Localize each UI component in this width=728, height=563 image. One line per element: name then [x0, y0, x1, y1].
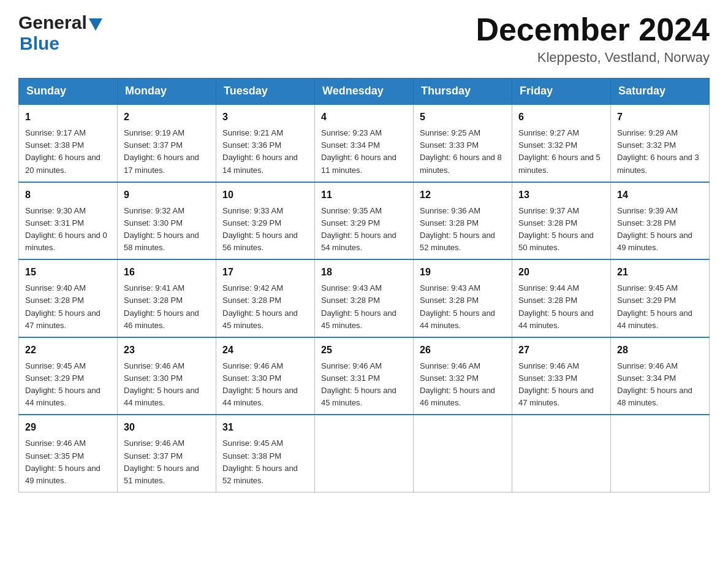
table-row: 6 Sunrise: 9:27 AMSunset: 3:32 PMDayligh…: [512, 104, 611, 182]
title-block: December 2024 Kleppesto, Vestland, Norwa…: [476, 12, 710, 66]
table-row: 8 Sunrise: 9:30 AMSunset: 3:31 PMDayligh…: [19, 182, 118, 260]
table-row: 25 Sunrise: 9:46 AMSunset: 3:31 PMDaylig…: [315, 337, 414, 415]
table-row: 14 Sunrise: 9:39 AMSunset: 3:28 PMDaylig…: [611, 182, 710, 260]
weekday-header-row: Sunday Monday Tuesday Wednesday Thursday…: [19, 79, 710, 105]
table-row: 23 Sunrise: 9:46 AMSunset: 3:30 PMDaylig…: [118, 337, 216, 415]
table-row: 10 Sunrise: 9:33 AMSunset: 3:29 PMDaylig…: [216, 182, 315, 260]
day-info: Sunrise: 9:29 AMSunset: 3:32 PMDaylight:…: [617, 128, 699, 174]
day-info: Sunrise: 9:46 AMSunset: 3:31 PMDaylight:…: [321, 361, 396, 407]
week-row-1: 1 Sunrise: 9:17 AMSunset: 3:38 PMDayligh…: [19, 104, 710, 182]
day-number: 2: [124, 110, 210, 124]
day-number: 9: [124, 188, 210, 202]
day-number: 31: [222, 420, 308, 435]
page-header: General Blue December 2024 Kleppesto, Ve…: [18, 12, 710, 66]
logo-triangle-icon: [89, 18, 102, 31]
day-info: Sunrise: 9:43 AMSunset: 3:28 PMDaylight:…: [321, 283, 396, 329]
header-thursday: Thursday: [414, 79, 512, 105]
day-number: 30: [124, 420, 210, 435]
day-number: 16: [124, 265, 210, 280]
day-number: 26: [420, 343, 506, 358]
day-info: Sunrise: 9:46 AMSunset: 3:35 PMDaylight:…: [25, 439, 100, 484]
day-info: Sunrise: 9:35 AMSunset: 3:29 PMDaylight:…: [321, 206, 396, 252]
day-number: 6: [518, 110, 604, 124]
table-row: 5 Sunrise: 9:25 AMSunset: 3:33 PMDayligh…: [414, 104, 512, 182]
day-info: Sunrise: 9:25 AMSunset: 3:33 PMDaylight:…: [420, 128, 502, 174]
day-info: Sunrise: 9:19 AMSunset: 3:37 PMDaylight:…: [124, 128, 199, 174]
header-wednesday: Wednesday: [315, 79, 414, 105]
table-row: 29 Sunrise: 9:46 AMSunset: 3:35 PMDaylig…: [19, 415, 118, 492]
day-number: 13: [518, 188, 604, 202]
day-info: Sunrise: 9:46 AMSunset: 3:30 PMDaylight:…: [222, 361, 298, 407]
day-number: 15: [25, 265, 111, 280]
day-info: Sunrise: 9:46 AMSunset: 3:37 PMDaylight:…: [124, 439, 199, 484]
calendar-table: Sunday Monday Tuesday Wednesday Thursday…: [18, 78, 710, 492]
day-number: 23: [124, 343, 210, 358]
header-saturday: Saturday: [611, 79, 710, 105]
day-number: 5: [420, 110, 506, 124]
day-info: Sunrise: 9:23 AMSunset: 3:34 PMDaylight:…: [321, 128, 396, 174]
table-row: 1 Sunrise: 9:17 AMSunset: 3:38 PMDayligh…: [19, 104, 118, 182]
day-info: Sunrise: 9:37 AMSunset: 3:28 PMDaylight:…: [518, 206, 594, 252]
table-row: 19 Sunrise: 9:43 AMSunset: 3:28 PMDaylig…: [414, 259, 512, 337]
table-row: 31 Sunrise: 9:45 AMSunset: 3:38 PMDaylig…: [216, 415, 315, 492]
table-row: 9 Sunrise: 9:32 AMSunset: 3:30 PMDayligh…: [118, 182, 216, 260]
table-row: [315, 415, 414, 492]
day-number: 1: [25, 110, 111, 124]
table-row: 24 Sunrise: 9:46 AMSunset: 3:30 PMDaylig…: [216, 337, 315, 415]
table-row: 28 Sunrise: 9:46 AMSunset: 3:34 PMDaylig…: [611, 337, 710, 415]
day-number: 25: [321, 343, 407, 358]
day-number: 29: [25, 420, 111, 435]
table-row: 4 Sunrise: 9:23 AMSunset: 3:34 PMDayligh…: [315, 104, 414, 182]
table-row: [611, 415, 710, 492]
day-info: Sunrise: 9:39 AMSunset: 3:28 PMDaylight:…: [617, 206, 692, 252]
table-row: 26 Sunrise: 9:46 AMSunset: 3:32 PMDaylig…: [414, 337, 512, 415]
table-row: 15 Sunrise: 9:40 AMSunset: 3:28 PMDaylig…: [19, 259, 118, 337]
day-number: 12: [420, 188, 506, 202]
week-row-5: 29 Sunrise: 9:46 AMSunset: 3:35 PMDaylig…: [19, 415, 710, 492]
day-info: Sunrise: 9:21 AMSunset: 3:36 PMDaylight:…: [222, 128, 298, 174]
day-info: Sunrise: 9:41 AMSunset: 3:28 PMDaylight:…: [124, 283, 199, 329]
table-row: 20 Sunrise: 9:44 AMSunset: 3:28 PMDaylig…: [512, 259, 611, 337]
week-row-3: 15 Sunrise: 9:40 AMSunset: 3:28 PMDaylig…: [19, 259, 710, 337]
day-info: Sunrise: 9:46 AMSunset: 3:33 PMDaylight:…: [518, 361, 594, 407]
day-number: 8: [25, 188, 111, 202]
svg-marker-0: [89, 18, 102, 31]
day-number: 20: [518, 265, 604, 280]
day-info: Sunrise: 9:45 AMSunset: 3:29 PMDaylight:…: [617, 283, 692, 329]
day-number: 18: [321, 265, 407, 280]
day-info: Sunrise: 9:46 AMSunset: 3:30 PMDaylight:…: [124, 361, 199, 407]
header-monday: Monday: [118, 79, 216, 105]
table-row: 18 Sunrise: 9:43 AMSunset: 3:28 PMDaylig…: [315, 259, 414, 337]
header-tuesday: Tuesday: [216, 79, 315, 105]
day-info: Sunrise: 9:36 AMSunset: 3:28 PMDaylight:…: [420, 206, 495, 252]
week-row-4: 22 Sunrise: 9:45 AMSunset: 3:29 PMDaylig…: [19, 337, 710, 415]
day-info: Sunrise: 9:17 AMSunset: 3:38 PMDaylight:…: [25, 128, 100, 174]
month-title: December 2024: [476, 12, 710, 47]
day-number: 10: [222, 188, 308, 202]
day-info: Sunrise: 9:46 AMSunset: 3:34 PMDaylight:…: [617, 361, 692, 407]
day-info: Sunrise: 9:42 AMSunset: 3:28 PMDaylight:…: [222, 283, 298, 329]
header-sunday: Sunday: [19, 79, 118, 105]
day-info: Sunrise: 9:27 AMSunset: 3:32 PMDaylight:…: [518, 128, 601, 174]
table-row: 30 Sunrise: 9:46 AMSunset: 3:37 PMDaylig…: [118, 415, 216, 492]
week-row-2: 8 Sunrise: 9:30 AMSunset: 3:31 PMDayligh…: [19, 182, 710, 260]
logo-general-text: General: [18, 12, 87, 33]
day-number: 14: [617, 188, 703, 202]
day-number: 11: [321, 188, 407, 202]
table-row: 13 Sunrise: 9:37 AMSunset: 3:28 PMDaylig…: [512, 182, 611, 260]
day-number: 3: [222, 110, 308, 124]
table-row: [512, 415, 611, 492]
day-info: Sunrise: 9:33 AMSunset: 3:29 PMDaylight:…: [222, 206, 298, 252]
day-info: Sunrise: 9:45 AMSunset: 3:38 PMDaylight:…: [222, 439, 298, 484]
table-row: [414, 415, 512, 492]
table-row: 3 Sunrise: 9:21 AMSunset: 3:36 PMDayligh…: [216, 104, 315, 182]
table-row: 2 Sunrise: 9:19 AMSunset: 3:37 PMDayligh…: [118, 104, 216, 182]
day-number: 4: [321, 110, 407, 124]
header-friday: Friday: [512, 79, 611, 105]
day-number: 7: [617, 110, 703, 124]
day-number: 27: [518, 343, 604, 358]
day-number: 24: [222, 343, 308, 358]
day-info: Sunrise: 9:40 AMSunset: 3:28 PMDaylight:…: [25, 283, 100, 329]
day-info: Sunrise: 9:32 AMSunset: 3:30 PMDaylight:…: [124, 206, 199, 252]
day-number: 28: [617, 343, 703, 358]
